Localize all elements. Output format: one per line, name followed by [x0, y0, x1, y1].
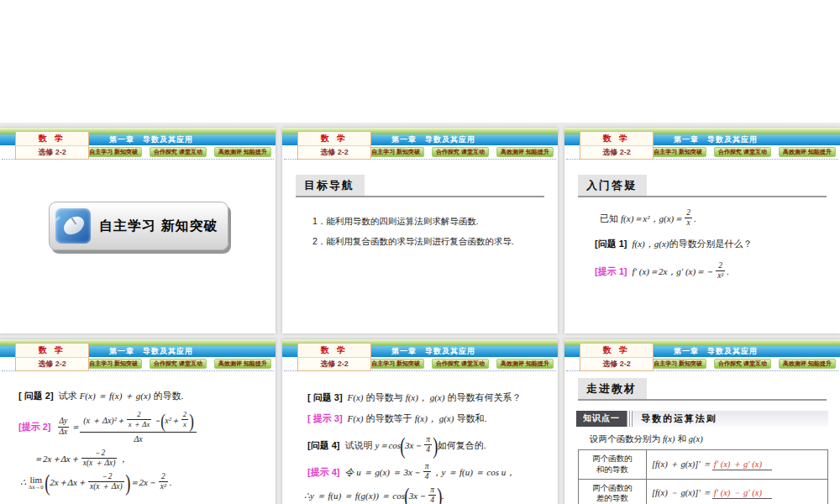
- nav-buttons: 自主学习 新知突破 合作探究 课堂互动 高效测评 知能提升: [367, 147, 554, 157]
- knowledge-point-header: 知识点一 导数的运算法则: [576, 411, 828, 427]
- fraction: π4: [424, 436, 432, 454]
- nav-button-assessment[interactable]: 高效测评 知能提升: [214, 147, 271, 157]
- slide-thumbnail-1[interactable]: 第一章 导数及其应用 数 学 选修 2-2 自主学习 新知突破 合作探究 课堂互…: [0, 128, 276, 333]
- question-1-line: [问题 1]f(x)，g(x)的导数分别是什么？: [595, 238, 840, 250]
- table-row-sum: 两个函数的和的导数 [f(x) ＋ g(x)]′ ＝f′ (x) ＋ g′ (x…: [579, 450, 828, 480]
- subject-module: 选修 2-2: [298, 146, 370, 159]
- question-3-line: [ 问题 3]F(x) 的导数与 f(x)， g(x) 的导数有何关系？: [307, 391, 558, 404]
- nav-button-cooperative[interactable]: 合作探究 课堂互动: [432, 359, 489, 369]
- nav-button-self-study[interactable]: 自主学习 新知突破: [649, 147, 706, 157]
- hint-4-line: [提示 4]令 u ＝ g(x) ＝ 3x－π4，y ＝ f(u) ＝ cos …: [307, 463, 558, 481]
- subject-module: 选修 2-2: [580, 358, 653, 370]
- rule-label: 两个函数的: [580, 483, 644, 494]
- slide-header: 第一章 导数及其应用 数 学 选修 2-2 自主学习 新知突破 合作探究 课堂互…: [564, 339, 840, 371]
- nav-button-cooperative[interactable]: 合作探究 课堂互动: [150, 359, 207, 369]
- fraction: 2x²: [716, 262, 725, 281]
- nav-button-self-study[interactable]: 自主学习 新知突破: [85, 359, 142, 369]
- rule-label: 两个函数的: [580, 454, 644, 465]
- subject-module: 选修 2-2: [16, 146, 88, 159]
- fraction: －2x(x ＋ Δx): [88, 473, 124, 491]
- question-4-line: [问题 4]试说明 y＝cos(3x－π4)如何复合的.: [307, 436, 558, 456]
- subject-box: 数 学 选修 2-2: [580, 343, 654, 371]
- section-badge: 自主学习 新知突破: [49, 202, 228, 250]
- subject-box: 数 学 选修 2-2: [297, 343, 371, 371]
- nav-button-self-study[interactable]: 自主学习 新知突破: [85, 147, 142, 157]
- fraction: π4: [428, 486, 436, 504]
- nav-buttons: 自主学习 新知突破 合作探究 课堂互动 高效测评 知能提升: [85, 359, 271, 369]
- section-title-block: 走进教材: [578, 378, 827, 401]
- slide-header: 第一章 导数及其应用 数 学 选修 2-2 自主学习 新知突破 合作探究 课堂互…: [0, 128, 276, 160]
- slide-thumbnail-6[interactable]: 第一章 导数及其应用 数 学 选修 2-2 自主学习 新知突破 合作探究 课堂互…: [564, 339, 840, 504]
- slide-header: 第一章 导数及其应用 数 学 选修 2-2 自主学习 新知突破 合作探究 课堂互…: [0, 339, 276, 371]
- question-2-line: [ 问题 2]试求 F(x) ＝ f(x) ＋ g(x) 的导数.: [18, 390, 276, 402]
- subject-name: 数 学: [298, 132, 370, 146]
- subject-module: 选修 2-2: [16, 358, 88, 370]
- knowledge-point-title: 导数的运算法则: [633, 411, 828, 427]
- nav-button-assessment[interactable]: 高效测评 知能提升: [496, 147, 554, 157]
- slide-header: 第一章 导数及其应用 数 学 选修 2-2 自主学习 新知突破 合作探究 课堂互…: [282, 339, 558, 371]
- rule-formula: [f(x) ＋ g(x)]′ ＝: [652, 459, 711, 469]
- slide-sorter-stage: 第一章 导数及其应用 数 学 选修 2-2 自主学习 新知突破 合作探究 课堂互…: [0, 123, 840, 504]
- section-title-block: 目标导航: [296, 175, 544, 197]
- slide-thumbnail-4[interactable]: 第一章 导数及其应用 数 学 选修 2-2 自主学习 新知突破 合作探究 课堂互…: [0, 339, 276, 504]
- objective-item-1: 1．能利用导数的四则运算法则求解导函数.: [312, 216, 558, 228]
- nav-button-assessment[interactable]: 高效测评 知能提升: [496, 359, 554, 369]
- subject-module: 选修 2-2: [298, 358, 370, 370]
- subject-name: 数 学: [16, 132, 88, 146]
- chapter-title: 第一章 导数及其应用: [109, 347, 193, 355]
- subject-name: 数 学: [16, 344, 88, 358]
- subject-name: 数 学: [580, 132, 653, 146]
- objective-item-2: 2．能利用复合函数的求导法则进行复合函数的求导.: [312, 236, 558, 248]
- slide-header: 第一章 导数及其应用 数 学 选修 2-2 自主学习 新知突破 合作探究 课堂互…: [564, 128, 840, 160]
- big-fraction: (x ＋ Δx)²＋2x ＋ Δx－(x²＋2x) Δx: [80, 411, 197, 444]
- subject-box: 数 学 选修 2-2: [15, 343, 89, 371]
- knowledge-point-badge: 知识点一: [576, 411, 627, 427]
- subject-box: 数 学 选修 2-2: [580, 131, 654, 160]
- fraction: ΔyΔx: [58, 417, 70, 436]
- slide-header: 第一章 导数及其应用 数 学 选修 2-2 自主学习 新知突破 合作探究 课堂互…: [282, 128, 558, 160]
- fraction: 2x²: [159, 473, 168, 491]
- nav-button-cooperative[interactable]: 合作探究 课堂互动: [714, 147, 771, 157]
- stripes-divider: [627, 411, 633, 427]
- limit-line: ∴limΔx→0(2x＋Δx＋－2x(x ＋ Δx))＝2x－2x².: [20, 473, 276, 493]
- nav-button-assessment[interactable]: 高效测评 知能提升: [779, 147, 836, 157]
- limit-operator: limΔx→0: [29, 475, 43, 491]
- nav-button-self-study[interactable]: 自主学习 新知突破: [367, 359, 424, 369]
- nav-buttons: 自主学习 新知突破 合作探究 课堂互动 高效测评 知能提升: [85, 147, 271, 157]
- hint-3-line: [ 提示 3]F(x) 的导数等于 f(x)， g(x) 导数和.: [307, 412, 558, 425]
- chapter-title: 第一章 导数及其应用: [391, 347, 475, 355]
- rule-answer: f′ (x) － g′ (x): [712, 488, 772, 499]
- nav-button-assessment[interactable]: 高效测评 知能提升: [779, 359, 836, 369]
- nav-buttons: 自主学习 新知突破 合作探究 课堂互动 高效测评 知能提升: [649, 359, 836, 369]
- hint-1-line: [提示 1]f′ (x)＝2x，g′ (x)＝－2x².: [595, 262, 840, 281]
- hint-2-equation: [提示 2] ΔyΔx ＝ (x ＋ Δx)²＋2x ＋ Δx－(x²＋2x) …: [18, 411, 276, 444]
- nav-button-cooperative[interactable]: 合作探究 课堂互动: [150, 147, 207, 157]
- subject-module: 选修 2-2: [580, 146, 653, 159]
- section-badge-label: 自主学习 新知突破: [99, 218, 218, 235]
- fraction: 2x ＋ Δx: [127, 411, 152, 428]
- slide-thumbnail-2[interactable]: 第一章 导数及其应用 数 学 选修 2-2 自主学习 新知突破 合作探究 课堂互…: [282, 128, 558, 333]
- subject-name: 数 学: [298, 344, 370, 358]
- nav-button-self-study[interactable]: 自主学习 新知突破: [649, 359, 706, 369]
- fraction: π4: [423, 463, 431, 481]
- slide-thumbnail-3[interactable]: 第一章 导数及其应用 数 学 选修 2-2 自主学习 新知突破 合作探究 课堂互…: [564, 128, 840, 333]
- table-row-difference: 两个函数的差的导数 [f(x) － g(x)]′ ＝f′ (x) － g′ (x…: [579, 479, 828, 504]
- nav-button-self-study[interactable]: 自主学习 新知突破: [367, 147, 424, 157]
- section-title: 目标导航: [296, 175, 365, 196]
- fraction: －2x(x ＋ Δx): [81, 449, 118, 468]
- chapter-title: 第一章 导数及其应用: [391, 135, 475, 144]
- nav-buttons: 自主学习 新知突破 合作探究 课堂互动 高效测评 知能提升: [367, 359, 554, 369]
- slide-thumbnail-5[interactable]: 第一章 导数及其应用 数 学 选修 2-2 自主学习 新知突破 合作探究 课堂互…: [282, 339, 558, 504]
- nav-buttons: 自主学习 新知突破 合作探究 课堂互动 高效测评 知能提升: [649, 147, 836, 157]
- section-title-block: 入门答疑: [578, 175, 827, 197]
- subject-box: 数 学 选修 2-2: [297, 131, 371, 160]
- nav-button-cooperative[interactable]: 合作探究 课堂互动: [432, 147, 489, 157]
- section-title: 走进教材: [578, 378, 647, 399]
- derivation-line: ＝2x＋Δx＋－2x(x ＋ Δx)，: [34, 449, 276, 468]
- composition-result-line: ∴y ＝ f(u) ＝ f(g(x)) ＝ cos(3x－π4).: [304, 486, 558, 504]
- given-functions-line: 已知 f(x)＝x²，g(x)＝2x.: [600, 209, 840, 228]
- mouse-icon: [55, 208, 91, 244]
- nav-button-assessment[interactable]: 高效测评 知能提升: [214, 359, 271, 369]
- derivative-rules-table: 两个函数的和的导数 [f(x) ＋ g(x)]′ ＝f′ (x) ＋ g′ (x…: [578, 449, 828, 504]
- nav-button-cooperative[interactable]: 合作探究 课堂互动: [714, 359, 771, 369]
